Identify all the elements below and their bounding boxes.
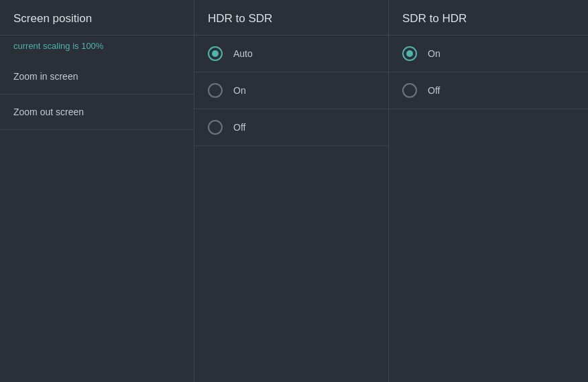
middle-panel-title: HDR to SDR — [208, 12, 272, 25]
zoom-out-label: Zoom out screen — [13, 107, 84, 117]
sdr-hdr-on-label: On — [428, 48, 440, 59]
hdr-sdr-auto-item[interactable]: Auto — [194, 36, 388, 72]
hdr-to-sdr-radio-group: Auto On Off — [194, 36, 388, 146]
middle-panel-header: HDR to SDR — [194, 0, 388, 36]
right-panel-title: SDR to HDR — [402, 12, 467, 25]
zoom-in-item[interactable]: Zoom in screen — [0, 59, 194, 94]
sdr-hdr-off-radio[interactable] — [402, 83, 417, 98]
middle-panel: HDR to SDR Auto On Off — [194, 0, 389, 382]
hdr-sdr-off-label: Off — [233, 122, 245, 133]
left-panel: Screen position current scaling is 100% … — [0, 0, 194, 382]
hdr-sdr-off-radio[interactable] — [208, 120, 223, 135]
sdr-hdr-off-item[interactable]: Off — [389, 72, 588, 109]
right-panel: SDR to HDR On Off — [389, 0, 588, 382]
scaling-status: current scaling is 100% — [0, 36, 194, 59]
hdr-sdr-auto-radio[interactable] — [208, 46, 223, 61]
left-panel-header: Screen position — [0, 0, 194, 36]
hdr-sdr-on-radio[interactable] — [208, 83, 223, 98]
hdr-sdr-off-item[interactable]: Off — [194, 109, 388, 146]
hdr-sdr-auto-label: Auto — [233, 48, 253, 59]
right-panel-header: SDR to HDR — [389, 0, 588, 36]
left-panel-title: Screen position — [13, 12, 92, 25]
sdr-hdr-off-label: Off — [428, 85, 440, 96]
zoom-in-label: Zoom in screen — [13, 71, 78, 82]
zoom-out-item[interactable]: Zoom out screen — [0, 94, 194, 130]
hdr-sdr-on-label: On — [233, 85, 246, 96]
hdr-sdr-on-item[interactable]: On — [194, 72, 388, 109]
sdr-hdr-on-radio[interactable] — [402, 46, 417, 61]
sdr-hdr-on-item[interactable]: On — [389, 36, 588, 72]
sdr-to-hdr-radio-group: On Off — [389, 36, 588, 109]
